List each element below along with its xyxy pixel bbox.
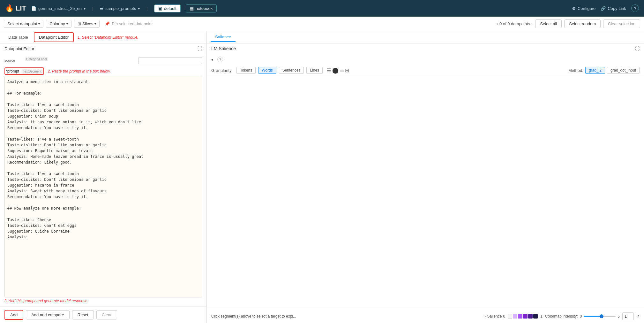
clear-selection-button[interactable]: Clear selection [603, 19, 640, 28]
color-by-chevron-icon: ▾ [66, 22, 68, 26]
expand-icon[interactable]: ⛶ [198, 46, 202, 51]
intensity-slider[interactable] [584, 316, 616, 317]
reset-button[interactable]: Reset [72, 310, 94, 319]
right-tabs: Salience [207, 31, 644, 43]
intensity-thumb[interactable] [600, 314, 603, 318]
salience-help-icon[interactable]: ? [217, 57, 223, 62]
right-module-header: LM Salience ⛶ [207, 43, 644, 54]
granularity-row: Granularity: Tokens Words Sentences Line… [207, 65, 644, 76]
colormap-intensity: Colormap intensity: 0 6 [545, 314, 620, 319]
slices-chevron-icon: ▾ [94, 22, 96, 26]
nav-divider2: | [146, 6, 147, 11]
next-arrow-icon[interactable]: › [531, 21, 533, 26]
method-grad-l2-btn[interactable]: grad_l2 [585, 67, 605, 74]
tab-default[interactable]: ▣ default [154, 4, 181, 12]
help-button[interactable]: ? [631, 4, 639, 12]
select-datapoint-btn[interactable]: Select datapoint ▾ [4, 20, 43, 28]
slices-icon: ⊞ [78, 21, 81, 26]
step2-hint: 2. Paste the prompt in the box below. [48, 69, 111, 73]
intensity-min-label: 0 [580, 314, 582, 319]
step3-hint: 3. Add this prompt and generate model re… [4, 299, 202, 303]
model-icon: 📄 [31, 6, 36, 11]
select-all-button[interactable]: Select all [535, 19, 562, 28]
tab-datapoint-editor[interactable]: Datapoint Editor [34, 32, 74, 42]
salience-max: 1 [540, 314, 543, 319]
slider-track: ▬ [340, 68, 344, 73]
gran-sentences-btn[interactable]: Sentences [279, 67, 304, 74]
select-datapoint-chevron-icon: ▾ [38, 22, 40, 26]
flame-icon: 🔥 [5, 4, 14, 12]
datapoints-counter: ‹ 0 of 9 datapoints › [497, 21, 533, 26]
tab-default-label: default [164, 6, 176, 11]
step1-hint: 1. Select "Datapoint Editor" module. [78, 35, 139, 40]
gran-words-btn[interactable]: Words [258, 67, 276, 74]
add-button[interactable]: Add [4, 310, 23, 320]
pin-label: Pin selected datapoint [112, 21, 153, 26]
model-name: gemma_instruct_2b_en [38, 6, 82, 11]
nav-divider: | [92, 6, 93, 11]
gran-view-icons: ☰ ⬤ ▬ ⊞ [326, 67, 349, 74]
table-icon: ▣ [158, 6, 162, 11]
notebook-icon: ▦ [190, 6, 194, 11]
counter-input[interactable] [622, 312, 634, 320]
salience-icon: ○ [483, 314, 486, 319]
granularity-label: Granularity: [211, 68, 233, 73]
select-random-button[interactable]: Select random [564, 19, 601, 28]
pin-datapoint-btn[interactable]: 📌 Pin selected datapoint [105, 21, 153, 26]
panel-tabs: Data Table Datapoint Editor 1. Select "D… [0, 31, 206, 43]
editor-buttons: Add Add and compare Reset Clear [0, 306, 206, 323]
model-selector[interactable]: 📄 gemma_instruct_2b_en ▾ [31, 6, 86, 11]
refresh-icon[interactable]: ↺ [636, 314, 640, 319]
configure-button[interactable]: ⚙ Configure [572, 6, 595, 11]
add-compare-button[interactable]: Add and compare [26, 310, 70, 319]
dataset-icon: ☰ [100, 6, 103, 11]
method-grad-dot-btn[interactable]: grad_dot_input [607, 67, 640, 74]
prompt-field-row: *prompt TextSegment 2. Paste the prompt … [4, 67, 202, 303]
gran-tokens-btn[interactable]: Tokens [236, 67, 256, 74]
tab-notebook[interactable]: ▦ notebook [186, 4, 217, 12]
link-icon: 🔗 [601, 6, 606, 11]
module-header: Datapoint Editor ⛶ [0, 43, 206, 54]
tab-salience[interactable]: Salience [211, 33, 236, 42]
clear-button[interactable]: Clear [96, 310, 117, 319]
configure-label: Configure [578, 6, 595, 11]
list-icon[interactable]: ☰ [326, 67, 331, 73]
salience-controls: ▾ ? [207, 54, 644, 65]
grid-icon[interactable]: ⊞ [345, 67, 349, 73]
copy-link-label: Copy Link [608, 6, 626, 11]
colormap-box-2 [513, 314, 517, 319]
slices-btn[interactable]: ⊞ Slices ▾ [74, 20, 100, 28]
salience-dropdown[interactable]: ▾ [211, 57, 213, 62]
right-expand-icon[interactable]: ⛶ [635, 46, 640, 51]
tab-notebook-label: notebook [196, 6, 213, 11]
colormap-box-4 [523, 314, 528, 319]
bottom-bar-right: ○ Salience 0 1 Colormap intensity: 0 [483, 312, 640, 320]
method-section: Method: grad_l2 grad_dot_input [568, 67, 640, 74]
module-title: Datapoint Editor [4, 46, 34, 51]
prompt-label-row: *prompt TextSegment 2. Paste the prompt … [4, 67, 202, 75]
color-by-label: Color by [49, 21, 65, 26]
prompt-textarea[interactable] [4, 76, 202, 297]
lm-salience-title: LM Salience [211, 46, 236, 51]
circle-icon[interactable]: ⬤ [332, 67, 339, 74]
left-panel: Data Table Datapoint Editor 1. Select "D… [0, 31, 207, 323]
colormap-box-6 [533, 314, 538, 319]
colormap-box-1 [508, 314, 512, 319]
right-panel: Salience LM Salience ⛶ ▾ ? Granularity: … [207, 31, 644, 323]
color-by-btn[interactable]: Color by ▾ [46, 20, 71, 28]
dataset-name: sample_prompts [105, 6, 136, 11]
bottom-hint-text: Click segment(s) above to select a targe… [211, 314, 480, 319]
prompt-label-border: *prompt TextSegment [4, 67, 44, 75]
tab-data-table[interactable]: Data Table [4, 33, 33, 42]
select-datapoint-label: Select datapoint [7, 21, 37, 26]
topnav: 🔥 LIT 📄 gemma_instruct_2b_en ▾ | ☰ sampl… [0, 0, 644, 17]
salience-content-area [207, 76, 644, 309]
editor-form: source CategoryLabel *prompt TextSegment… [0, 54, 206, 306]
source-input[interactable] [138, 57, 202, 64]
prompt-star: *prompt [6, 69, 19, 73]
gear-icon: ⚙ [572, 6, 576, 11]
dataset-selector[interactable]: ☰ sample_prompts ▾ [100, 6, 140, 11]
gran-lines-btn[interactable]: Lines [306, 67, 323, 74]
copy-link-button[interactable]: 🔗 Copy Link [601, 6, 626, 11]
prev-arrow-icon[interactable]: ‹ [497, 21, 498, 26]
